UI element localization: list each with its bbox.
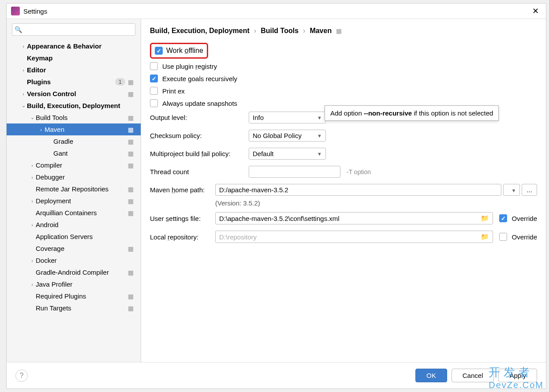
app-icon <box>11 7 20 15</box>
tree-item-android[interactable]: ›Android <box>7 219 141 231</box>
chevron-right-icon: › <box>303 27 305 35</box>
tree-item-label: Gant <box>53 149 128 157</box>
tree-item-remote-jar-repositories[interactable]: Remote Jar Repositories▦ <box>7 183 141 195</box>
tree-item-plugins[interactable]: Plugins1▦ <box>7 76 141 88</box>
tree-item-label: Compiler <box>36 161 128 169</box>
multiproject-label: Multiproject build fail policy: <box>150 150 249 157</box>
user-settings-label: User settings file: <box>150 215 215 222</box>
override-label: Override <box>512 233 537 241</box>
tree-item-deployment[interactable]: ›Deployment▦ <box>7 195 141 207</box>
chevron-icon: › <box>20 91 27 97</box>
tree-item-label: Run Targets <box>36 304 128 312</box>
always-update-checkbox[interactable] <box>150 99 158 107</box>
maven-home-input[interactable]: D:/apache-maven-3.5.2 <box>215 184 501 196</box>
badge: 1 <box>115 78 125 86</box>
output-level-label: Output level: <box>150 114 249 121</box>
tree-item-keymap[interactable]: Keymap <box>7 52 141 64</box>
content-panel: Build, Execution, Deployment › Build Too… <box>141 19 546 362</box>
tree-item-gant[interactable]: Gant▦ <box>7 147 141 159</box>
tree-item-label: Gradle <box>53 138 128 145</box>
tree-item-appearance-behavior[interactable]: ›Appearance & Behavior <box>7 40 141 52</box>
breadcrumb-part[interactable]: Build Tools <box>261 27 299 35</box>
chevron-down-icon: ▼ <box>317 115 322 120</box>
user-settings-override-checkbox[interactable] <box>499 214 507 222</box>
tree-item-label: Java Profiler <box>36 280 137 288</box>
gear-icon: ▦ <box>128 305 134 312</box>
tree-item-build-execution-deployment[interactable]: ⌄Build, Execution, Deployment <box>7 100 141 112</box>
chevron-icon: ⌄ <box>29 115 36 120</box>
tree-item-label: Docker <box>36 257 137 264</box>
ok-button[interactable]: OK <box>415 369 447 382</box>
maven-home-browse-button[interactable]: ... <box>522 184 537 196</box>
work-offline-checkbox[interactable] <box>155 47 163 55</box>
tree-item-label: Build Tools <box>36 114 128 121</box>
tree-item-arquillian-containers[interactable]: Arquillian Containers▦ <box>7 207 141 219</box>
tree-item-java-profiler[interactable]: ›Java Profiler <box>7 278 141 290</box>
tree-item-label: Android <box>36 221 137 228</box>
tree-item-required-plugins[interactable]: Required Plugins▦ <box>7 290 141 302</box>
gear-icon: ▦ <box>128 198 134 205</box>
tree-item-label: Application Servers <box>36 233 137 240</box>
tree-item-label: Appearance & Behavior <box>27 42 137 50</box>
checksum-policy-select[interactable]: No Global Policy ▼ <box>249 130 326 142</box>
output-level-select[interactable]: Info ▼ <box>249 112 326 123</box>
chevron-icon: › <box>20 44 27 49</box>
tree-item-label: Debugger <box>36 173 137 181</box>
tree-item-label: Maven <box>45 126 128 133</box>
close-icon[interactable]: ✕ <box>530 6 542 16</box>
tree-item-label: Editor <box>27 66 137 74</box>
tree-item-build-tools[interactable]: ⌄Build Tools▦ <box>7 112 141 123</box>
tree-item-gradle[interactable]: Gradle▦ <box>7 135 141 147</box>
folder-icon[interactable]: 📁 <box>481 214 489 222</box>
tree-item-label: Arquillian Containers <box>36 209 128 217</box>
chevron-icon: › <box>29 198 36 204</box>
sidebar: 🔍 ›Appearance & BehaviorKeymap›EditorPlu… <box>7 19 141 362</box>
tree-item-docker[interactable]: ›Docker <box>7 254 141 266</box>
settings-window: Settings ✕ 🔍 ›Appearance & BehaviorKeyma… <box>6 3 546 389</box>
chevron-right-icon: › <box>254 27 256 35</box>
gear-icon: ▦ <box>128 126 134 133</box>
user-settings-input[interactable]: D:\apache-maven-3.5.2\conf\settings.xml … <box>215 212 493 224</box>
checksum-policy-label: Checksum policy: <box>150 132 249 139</box>
tree-item-compiler[interactable]: ›Compiler▦ <box>7 159 141 171</box>
tree-item-coverage[interactable]: Coverage▦ <box>7 243 141 254</box>
tree-item-application-servers[interactable]: Application Servers <box>7 231 141 243</box>
tree-item-version-control[interactable]: ›Version Control▦ <box>7 88 141 100</box>
gear-icon: ▦ <box>128 186 134 193</box>
plugin-registry-label: Use plugin registry <box>162 63 217 70</box>
gear-icon: ▦ <box>128 78 134 86</box>
tree-item-gradle-android-compiler[interactable]: Gradle-Android Compiler▦ <box>7 266 141 278</box>
tree-item-editor[interactable]: ›Editor <box>7 64 141 76</box>
print-exception-checkbox[interactable] <box>150 87 158 95</box>
search-input[interactable] <box>12 23 135 36</box>
tree-item-debugger[interactable]: ›Debugger <box>7 171 141 183</box>
breadcrumb-part[interactable]: Build, Execution, Deployment <box>150 27 250 35</box>
chevron-icon: › <box>20 67 27 73</box>
cancel-button[interactable]: Cancel <box>452 369 494 382</box>
search-icon: 🔍 <box>15 26 22 33</box>
tree-item-maven[interactable]: ›Maven▦ <box>7 123 141 135</box>
apply-button[interactable]: Apply <box>498 369 537 382</box>
tree-item-label: Keymap <box>27 54 137 62</box>
always-update-label: Always update snapshots <box>162 100 237 107</box>
local-repo-label: Local repository: <box>150 233 215 241</box>
tree-item-label: Coverage <box>36 245 128 252</box>
plugin-registry-checkbox[interactable] <box>150 62 158 70</box>
tree-item-label: Version Control <box>27 90 128 97</box>
chevron-icon: › <box>29 175 36 180</box>
local-repo-override-checkbox[interactable] <box>499 233 507 241</box>
execute-goals-checkbox[interactable] <box>150 75 158 82</box>
maven-home-dropdown[interactable]: ▼ <box>503 184 520 196</box>
multiproject-select[interactable]: Default ▼ <box>249 148 326 160</box>
local-repo-input[interactable]: D:\repository 📁 <box>215 231 493 243</box>
thread-count-input[interactable] <box>249 166 340 178</box>
chevron-icon: › <box>29 222 36 228</box>
tree-item-run-targets[interactable]: Run Targets▦ <box>7 302 141 314</box>
folder-icon[interactable]: 📁 <box>481 233 489 241</box>
tree-item-label: Gradle-Android Compiler <box>36 269 128 276</box>
gear-icon: ▦ <box>128 150 134 157</box>
thread-count-label: Thread count <box>150 168 249 175</box>
help-button[interactable]: ? <box>15 370 28 382</box>
maven-home-label: Maven home path: <box>150 186 215 194</box>
chevron-down-icon: ▼ <box>317 151 322 157</box>
